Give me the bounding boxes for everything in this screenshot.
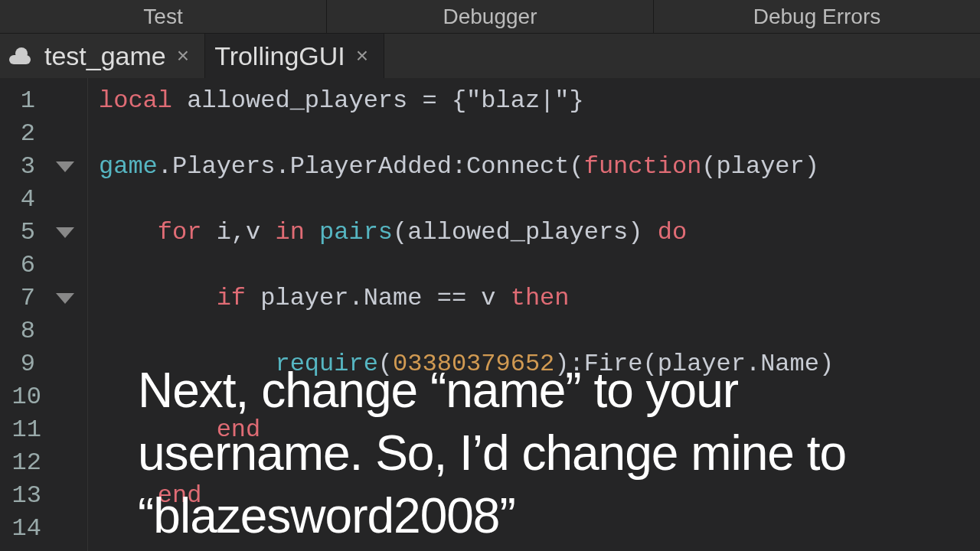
tab-label: TrollingGUI <box>214 41 345 71</box>
line-number: 1 <box>0 84 43 117</box>
chevron-down-icon <box>56 161 74 172</box>
menu-bar: Test Debugger Debug Errors <box>0 0 980 34</box>
line-number: 13 <box>0 479 43 512</box>
menu-debugger[interactable]: Debugger <box>327 0 654 33</box>
line-number: 4 <box>0 183 43 216</box>
caption-line: “blazesword2008” <box>138 485 846 548</box>
line-number: 14 <box>0 512 43 545</box>
chevron-down-icon <box>56 293 74 304</box>
line-number: 7 <box>0 282 43 315</box>
code-line: local allowed_players = {"blaz|"} <box>99 84 980 117</box>
fold-marker <box>43 183 87 216</box>
cloud-icon <box>9 47 34 64</box>
menu-debug-errors[interactable]: Debug Errors <box>654 0 980 33</box>
code-line: game.Players.PlayerAdded:Connect(functio… <box>99 150 980 183</box>
line-number: 5 <box>0 216 43 249</box>
line-number: 9 <box>0 347 43 380</box>
code-line <box>99 117 980 150</box>
fold-marker <box>43 117 87 150</box>
line-number: 10 <box>0 380 43 413</box>
tab-test-game[interactable]: test_game × <box>0 34 205 78</box>
tabs-bar: test_game × TrollingGUI × <box>0 34 980 78</box>
fold-gutter <box>43 78 87 551</box>
close-icon[interactable]: × <box>177 44 189 68</box>
fold-toggle[interactable] <box>43 150 87 183</box>
line-number-gutter: 1 2 3 4 5 6 7 8 9 10 11 12 13 14 <box>0 78 43 551</box>
fold-marker <box>43 84 87 117</box>
menu-test[interactable]: Test <box>0 0 327 33</box>
fold-toggle[interactable] <box>43 282 87 315</box>
code-line <box>99 315 980 347</box>
line-number: 6 <box>0 249 43 282</box>
caption-overlay: Next, change “name” to your username. So… <box>138 360 846 548</box>
fold-marker <box>43 249 87 282</box>
line-number: 3 <box>0 150 43 183</box>
chevron-down-icon <box>56 227 74 238</box>
fold-toggle[interactable] <box>43 216 87 249</box>
code-line: for i,v in pairs(allowed_players) do <box>99 216 980 249</box>
caption-line: username. So, I’d change mine to <box>138 422 846 485</box>
line-number: 11 <box>0 413 43 446</box>
code-line <box>99 249 980 282</box>
line-number: 12 <box>0 446 43 479</box>
tab-trollinggui[interactable]: TrollingGUI × <box>205 34 384 78</box>
close-icon[interactable]: × <box>356 44 368 68</box>
caption-line: Next, change “name” to your <box>138 360 846 422</box>
code-line <box>99 183 980 216</box>
line-number: 2 <box>0 117 43 150</box>
code-line: if player.Name == v then <box>99 282 980 315</box>
line-number: 8 <box>0 315 43 347</box>
tab-label: test_game <box>44 41 166 71</box>
